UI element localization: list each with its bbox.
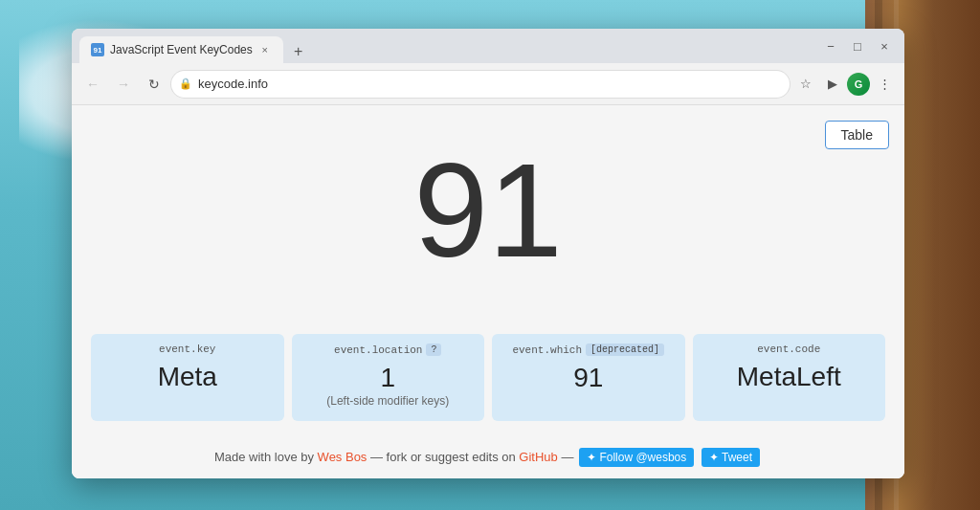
event-which-label: event.which [deprecated] — [507, 344, 670, 356]
footer-text-before-wesbos: Made with love by — [214, 450, 318, 464]
browser-window: 91 JavaScript Event KeyCodes × + − □ × ←… — [72, 29, 904, 478]
forward-button[interactable]: → — [110, 71, 137, 98]
close-button[interactable]: × — [872, 33, 897, 58]
footer-text-after-wesbos: — fork or suggest edits on — [370, 450, 519, 464]
tab-favicon: 91 — [91, 43, 104, 56]
wesbos-link[interactable]: Wes Bos — [318, 450, 368, 464]
tabs-area: 91 JavaScript Event KeyCodes × + — [79, 29, 818, 63]
footer-text-dash: — — [561, 450, 577, 464]
event-location-label: event.location ? — [307, 344, 470, 356]
window-controls: − □ × — [818, 33, 897, 58]
address-bar-wrap: 🔒 — [171, 71, 790, 98]
address-input[interactable] — [171, 71, 790, 98]
active-tab: 91 JavaScript Event KeyCodes × — [79, 36, 283, 63]
github-link[interactable]: GitHub — [519, 450, 557, 464]
event-code-value: MetaLeft — [708, 361, 871, 393]
profile-avatar[interactable]: G — [847, 73, 870, 96]
event-location-card: event.location ? 1 (Left-side modifier k… — [292, 334, 485, 421]
event-key-card: event.key Meta — [91, 334, 284, 421]
event-location-badge: ? — [426, 344, 441, 356]
twitter-tweet-button[interactable]: ✦ Tweet — [702, 448, 760, 467]
twitter-follow-button[interactable]: ✦ Follow @wesbos — [579, 448, 694, 467]
event-code-card: event.code MetaLeft — [693, 334, 886, 421]
event-key-label: event.key — [106, 344, 269, 355]
maximize-button[interactable]: □ — [845, 33, 870, 58]
lock-icon: 🔒 — [179, 78, 192, 90]
back-button[interactable]: ← — [79, 71, 106, 98]
event-which-value: 91 — [507, 362, 670, 394]
tab-close-button[interactable]: × — [258, 43, 272, 56]
menu-button[interactable]: ⋮ — [872, 72, 897, 97]
table-button-wrap: Table — [825, 121, 889, 149]
event-location-sub: (Left-side modifier keys) — [307, 394, 470, 408]
title-bar: 91 JavaScript Event KeyCodes × + − □ × — [72, 29, 904, 63]
minimize-button[interactable]: − — [818, 33, 843, 58]
event-which-card: event.which [deprecated] 91 — [492, 334, 685, 421]
info-cards-container: event.key Meta event.location ? 1 (Left-… — [72, 334, 904, 436]
nav-bar: ← → ↻ 🔒 ☆ ▶ G ⋮ — [72, 63, 904, 105]
table-button[interactable]: Table — [825, 121, 889, 149]
keycode-display-section: 91 — [72, 105, 904, 334]
event-code-label: event.code — [708, 344, 871, 355]
event-location-value: 1 — [307, 362, 470, 394]
nav-actions: ☆ ▶ G ⋮ — [793, 72, 897, 97]
extension-button[interactable]: ▶ — [820, 72, 845, 97]
page-footer: Made with love by Wes Bos — fork or sugg… — [72, 436, 904, 478]
event-which-badge: [deprecated] — [586, 344, 664, 356]
page-content: Table 91 event.key Meta event.location ?… — [72, 105, 904, 478]
tab-title: JavaScript Event KeyCodes — [110, 43, 253, 56]
event-key-value: Meta — [106, 361, 269, 393]
keycode-number: 91 — [413, 144, 563, 277]
new-tab-button[interactable]: + — [287, 40, 310, 63]
refresh-button[interactable]: ↻ — [141, 71, 167, 98]
bookmark-button[interactable]: ☆ — [793, 72, 818, 97]
